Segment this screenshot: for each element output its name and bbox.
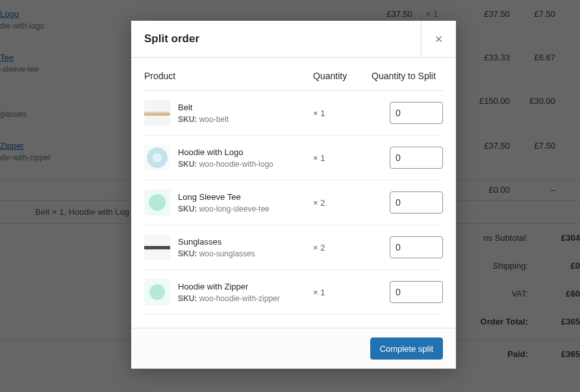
product-qty: × 1 <box>313 108 372 118</box>
close-icon: × <box>435 32 443 47</box>
split-item-row: Long Sleeve Tee SKU: woo-long-sleeve-tee… <box>144 180 443 225</box>
split-item-row: Hoodie with Zipper SKU: woo-hoodie-with-… <box>144 270 443 315</box>
modal-footer: Complete split <box>131 328 456 369</box>
split-quantity-input[interactable] <box>390 281 443 303</box>
product-thumbnail <box>144 234 170 260</box>
sku-value: woo-hoodie-with-logo <box>199 160 273 169</box>
col-split: Quantity to Split <box>372 71 443 81</box>
product-name: Belt <box>178 103 313 112</box>
split-order-modal: Split order × Product Quantity Quantity … <box>131 21 456 369</box>
split-item-row: Belt SKU: woo-belt × 1 <box>144 91 443 136</box>
sku-label: SKU: <box>178 204 197 214</box>
split-quantity-input[interactable] <box>390 147 443 169</box>
product-sku: SKU: woo-hoodie-with-logo <box>178 160 313 169</box>
product-name: Sunglasses <box>178 237 313 247</box>
product-qty: × 2 <box>313 243 372 252</box>
sku-value: woo-hoodie-with-zipper <box>199 294 280 303</box>
sku-value: woo-long-sleeve-tee <box>199 204 270 214</box>
product-thumbnail <box>144 279 170 305</box>
product-thumbnail <box>144 100 170 126</box>
close-button[interactable]: × <box>421 21 456 57</box>
product-qty: × 1 <box>313 288 372 297</box>
split-quantity-input[interactable] <box>390 191 443 214</box>
product-qty: × 2 <box>313 198 372 208</box>
complete-split-button[interactable]: Complete split <box>370 337 443 360</box>
product-thumbnail <box>144 145 170 171</box>
modal-title: Split order <box>131 21 421 57</box>
product-sku: SKU: woo-long-sleeve-tee <box>178 204 313 214</box>
sku-value: woo-sunglasses <box>199 249 255 258</box>
modal-header: Split order × <box>131 21 456 58</box>
product-name: Long Sleeve Tee <box>178 192 313 202</box>
sku-label: SKU: <box>178 294 197 303</box>
sku-label: SKU: <box>178 160 197 169</box>
modal-body: Product Quantity Quantity to Split Belt … <box>131 58 456 328</box>
split-quantity-input[interactable] <box>390 236 443 258</box>
sku-label: SKU: <box>178 115 197 124</box>
split-quantity-input[interactable] <box>390 102 443 124</box>
product-sku: SKU: woo-hoodie-with-zipper <box>178 294 313 303</box>
modal-table-header: Product Quantity Quantity to Split <box>144 64 443 91</box>
product-thumbnail <box>144 190 170 215</box>
sku-label: SKU: <box>178 249 197 258</box>
product-sku: SKU: woo-belt <box>178 115 313 124</box>
product-qty: × 1 <box>313 153 372 163</box>
product-sku: SKU: woo-sunglasses <box>178 249 313 258</box>
split-item-row: Hoodie with Logo SKU: woo-hoodie-with-lo… <box>144 136 443 180</box>
col-product: Product <box>144 71 313 81</box>
sku-value: woo-belt <box>199 115 229 124</box>
product-name: Hoodie with Logo <box>178 147 313 157</box>
split-item-row: Sunglasses SKU: woo-sunglasses × 2 <box>144 225 443 270</box>
product-name: Hoodie with Zipper <box>178 282 313 291</box>
col-quantity: Quantity <box>313 71 372 81</box>
